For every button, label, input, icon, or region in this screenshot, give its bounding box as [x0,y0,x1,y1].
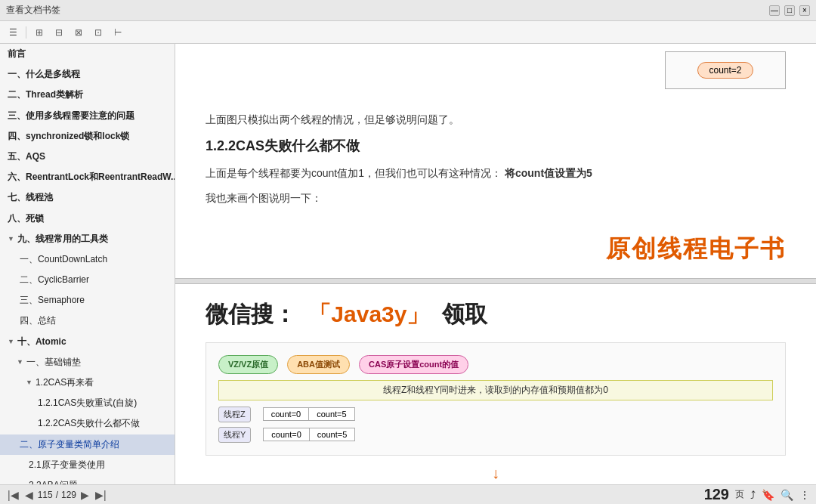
sidebar-item-nine-one[interactable]: 一、CountDownLatch [0,249,175,270]
section1-text1-bold: 将count值设置为5 [505,167,592,179]
icon-share[interactable]: ⤴ [750,489,756,501]
table-Z1: count=0 count=5 [263,407,355,421]
sidebar-item-one[interactable]: 一、什么是多线程 [0,64,175,85]
diagram-1: VZ/VZ原值 ABA值测试 CAS原子设置count的值 线程Z和线程Y同时进… [206,342,786,456]
sidebar-item-qianyan[interactable]: 前言 [0,44,175,64]
zoom-in-button[interactable]: ⊞ [31,24,48,41]
node-ABA: ABA值测试 [287,355,350,374]
section1-title: 1.2.2CAS失败什么都不做 [206,137,786,155]
node-VZ: VZ/VZ原值 [218,355,278,374]
watermark-text: 原创线程电子书 [606,235,786,262]
toolbar-separator [26,26,26,39]
arrow-ten: ▼ [8,336,14,347]
sidebar-item-seven[interactable]: 七、线程池 [0,187,175,208]
arrow-down-1: ↓ [206,465,786,482]
status-left: |◀ ◀ 115 / 129 ▶ ▶| [6,489,108,501]
icon-search[interactable]: 🔍 [780,489,793,501]
sidebar-item-ten[interactable]: ▼十、Atomic [0,332,175,352]
top-image-area: count=2 [175,44,816,95]
sidebar-item-nine-three[interactable]: 三、Semaphore [0,290,175,311]
minimize-button[interactable]: — [769,5,780,16]
label-Z1: 线程Z [218,407,251,422]
sidebar-item-ten-one[interactable]: ▼一、基础铺垫 [0,352,175,373]
next-page-button[interactable]: ▶ [79,489,91,501]
table-Y1: count=0 count=5 [263,428,355,441]
node-CAS: CAS原子设置count的值 [359,355,468,374]
sidebar-item-three[interactable]: 三、使用多线程需要注意的问题 [0,106,175,126]
sidebar-label-five: 五、AQS [8,150,45,164]
sidebar-label-atomic-use: 2.1原子变量类使用 [29,458,105,472]
arrow-ten-one: ▼ [17,357,23,367]
sidebar-label-nine-three: 三、Semaphore [20,293,85,308]
label-Y1: 线程Y [218,427,251,443]
content-area[interactable]: count=2 上面图只模拟出两个线程的情况，但足够说明问题了。 1.2.2CA… [175,44,816,484]
sidebar-item-two[interactable]: 二、Thread类解析 [0,85,175,105]
top-note: 上面图只模拟出两个线程的情况，但足够说明问题了。 [206,110,786,129]
maximize-button[interactable]: □ [784,5,795,16]
sidebar-item-eight[interactable]: 八、死锁 [0,209,175,229]
sidebar-item-nine-four[interactable]: 四、总结 [0,311,175,331]
fit-page-button[interactable]: ⊠ [70,24,87,41]
sidebar-item-five[interactable]: 五、AQS [0,147,175,167]
page-content-2: 微信搜： 「Java3y」 领取 VZ/VZ原值 ABA值测试 CAS原子设置c… [175,284,816,484]
icon-menu[interactable]: ⋮ [799,489,810,501]
title-bar: 查看文档书签 — □ × [0,0,816,21]
diagram1-row2: 线程Y count=0 count=5 [218,427,773,443]
sidebar-label-eight: 八、死锁 [8,212,44,226]
page-divider [175,278,816,284]
first-page-button[interactable]: |◀ [6,489,20,501]
sidebar-item-atomic-intro[interactable]: 二、原子变量类简单介绍 [0,434,175,455]
sidebar-item-cas-fail-nothing[interactable]: 1.2.2CAS失败什么都不做 [0,413,175,434]
sidebar-item-atomic-use[interactable]: 2.1原子变量类使用 [0,455,175,475]
close-button[interactable]: × [799,5,810,16]
status-bar: |◀ ◀ 115 / 129 ▶ ▶| 129 页 ⤴ 🔖 🔍 ⋮ [0,484,816,504]
diagram1-description: 线程Z和线程Y同时进来，读取到的内存值和预期值都为0 [218,380,773,400]
prev-page-button[interactable]: ◀ [23,489,35,501]
main-layout: 前言一、什么是多线程二、Thread类解析三、使用多线程需要注意的问题四、syn… [0,44,816,484]
sidebar-label-four: 四、synchronized锁和lock锁 [8,129,129,144]
sidebar-item-four[interactable]: 四、synchronized锁和lock锁 [0,126,175,147]
sidebar-label-ten-one: 一、基础铺垫 [26,355,81,369]
sidebar-label-atomic-intro: 二、原子变量类简单介绍 [20,438,119,452]
sidebar-label-six: 六、ReentrantLock和ReentrantReadW... [8,170,175,184]
section1-text2: 我也来画个图说明一下： [206,189,786,208]
banner-highlight: 「Java3y」 [308,301,429,326]
weixin-banner: 微信搜： 「Java3y」 领取 [206,299,786,330]
status-right: 129 页 ⤴ 🔖 🔍 ⋮ [704,486,810,503]
fit-width-button[interactable]: ⊡ [90,24,107,41]
arrow-ten-one-one-two: ▼ [26,377,32,388]
page-num-bold: 129 [704,486,729,503]
page-separator: / [56,490,58,500]
zoom-out-button[interactable]: ⊟ [51,24,67,41]
sidebar-item-aba[interactable]: 2.2ABA问题 [0,475,175,484]
diagram1-nodes: VZ/VZ原值 ABA值测试 CAS原子设置count的值 [218,355,773,374]
sidebar-item-cas-fail-retry[interactable]: 1.2.1CAS失败重试(自旋) [0,393,175,413]
sidebar-label-one: 一、什么是多线程 [8,67,80,82]
watermark-area: 原创线程电子书 [175,230,816,278]
toolbar: ☰ ⊞ ⊟ ⊠ ⊡ ⊢ [0,21,816,44]
icon-bookmark[interactable]: 🔖 [762,489,774,501]
section1-text1-normal: 上面是每个线程都要为count值加1，但我们也可以有这种情况： [206,167,502,179]
banner-suffix: 领取 [442,301,487,326]
count-box: count=2 [665,51,786,89]
sidebar-item-six[interactable]: 六、ReentrantLock和ReentrantReadW... [0,167,175,187]
rotate-button[interactable]: ⊢ [110,24,126,41]
sidebar-label-ten: 十、Atomic [17,335,66,349]
total-pages: 129 [61,490,76,500]
sidebar-item-nine-two[interactable]: 二、CyclicBarrier [0,270,175,290]
sidebar-item-nine[interactable]: ▼九、线程常用的工具类 [0,229,175,249]
count-oval: count=2 [697,62,753,79]
page-content-1: 上面图只模拟出两个线程的情况，但足够说明问题了。 1.2.2CAS失败什么都不做… [175,95,816,230]
sidebar-label-seven: 七、线程池 [8,190,53,205]
sidebar-label-cas-fail-nothing: 1.2.2CAS失败什么都不做 [38,416,140,431]
last-page-button[interactable]: ▶| [94,489,108,501]
sidebar-label-qianyan: 前言 [8,47,26,61]
section1-text1: 上面是每个线程都要为count值加1，但我们也可以有这种情况： 将count值设… [206,164,786,183]
title-bar-text: 查看文档书签 [6,4,765,17]
sidebar-label-nine-four: 四、总结 [20,314,56,328]
sidebar-label-nine-two: 二、CyclicBarrier [20,273,89,287]
sidebar-item-ten-one-one-two[interactable]: ▼1.2CAS再来看 [0,373,175,393]
bookmark-toggle-button[interactable]: ☰ [5,24,21,41]
arrow-nine: ▼ [8,233,14,244]
page-label: 页 [735,488,744,501]
